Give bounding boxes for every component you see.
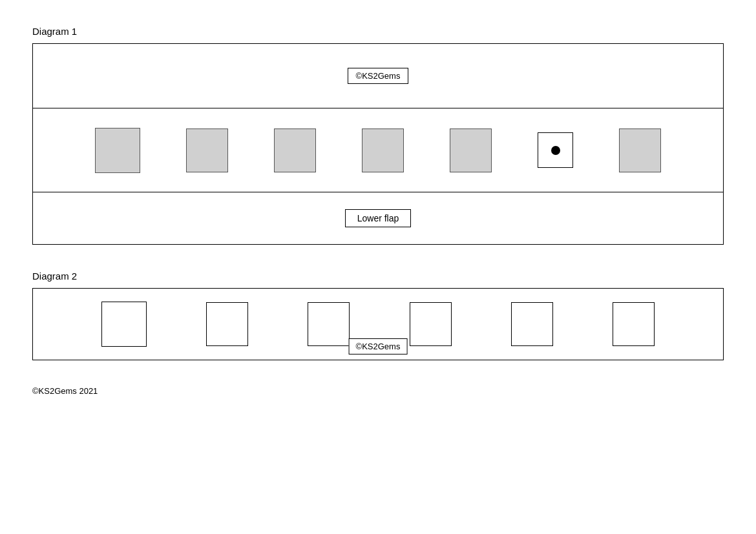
diagram1-square-5	[450, 128, 492, 172]
diagram2-square-1	[101, 302, 147, 347]
diagram1-square-1	[95, 128, 140, 173]
diagram1-label-wrapper: Diagram 1	[32, 26, 724, 37]
diagram2-copyright-box: ©KS2Gems	[349, 338, 408, 354]
diagram1-square-3	[274, 128, 316, 172]
lower-flap-text: Lower flap	[357, 213, 399, 223]
diagram2-container: ©KS2Gems	[32, 288, 724, 360]
diagram2-square-2	[206, 302, 248, 346]
diagram1-container: ©KS2Gems Lower flap	[32, 43, 724, 245]
diagram2-square-5	[511, 302, 553, 346]
diagram2-square-4	[410, 302, 452, 346]
diagram2-row: ©KS2Gems	[33, 289, 723, 360]
diagram1-copyright-text: ©KS2Gems	[356, 71, 401, 81]
diagram1-bottom-section: Lower flap	[33, 192, 723, 244]
diagram2-label-wrapper: Diagram 2	[32, 271, 724, 282]
diagram2-label: Diagram 2	[32, 271, 724, 282]
diagram2-square-3	[308, 302, 350, 346]
diagram1-square-4	[362, 128, 404, 172]
lower-flap-box: Lower flap	[345, 209, 412, 227]
diagram1-top-section: ©KS2Gems	[33, 44, 723, 108]
diagram1-middle-section	[33, 108, 723, 192]
diagram2-copyright-text: ©KS2Gems	[356, 342, 401, 351]
footer-text: ©KS2Gems 2021	[32, 386, 724, 396]
diagram2-square-6	[613, 302, 655, 346]
diagram1-copyright-box: ©KS2Gems	[348, 68, 409, 84]
diagram1-square-6	[619, 128, 661, 172]
diagram1-dot-box	[538, 132, 573, 168]
diagram1-square-2	[186, 128, 228, 172]
diagram1-label: Diagram 1	[32, 26, 724, 37]
diagram1-dot	[551, 146, 560, 155]
